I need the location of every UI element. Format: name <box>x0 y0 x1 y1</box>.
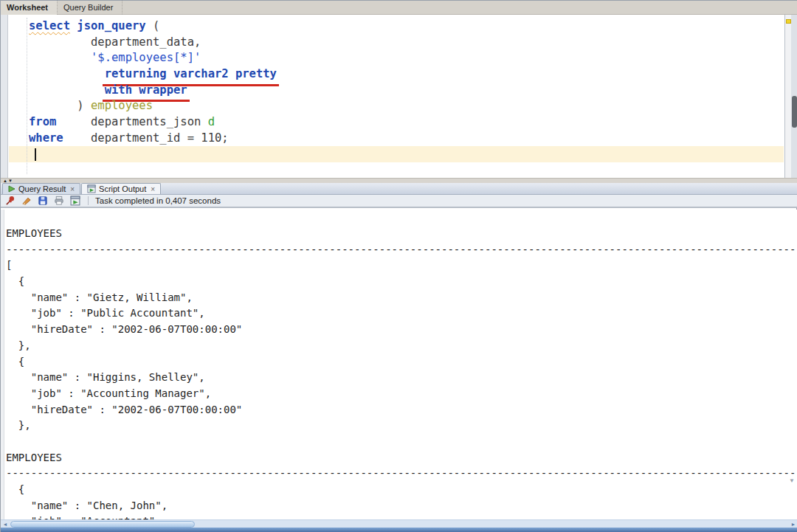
output-line: "job" : "Accountant" <box>6 514 797 519</box>
code-line: with wrapper <box>9 83 784 99</box>
code-line: department_data, <box>9 35 784 51</box>
output-line <box>6 434 797 450</box>
task-status-text: Task completed in 0,407 seconds <box>95 196 221 205</box>
horizontal-scrollbar[interactable]: ◄ ► <box>1 519 797 528</box>
output-line: "name" : "Gietz, William", <box>6 290 797 306</box>
script-output-icon <box>87 184 96 193</box>
scroll-down-icon[interactable]: ▼ <box>789 477 795 484</box>
output-line: [ <box>6 258 797 274</box>
sql-code[interactable]: select json_query ( department_data, '$.… <box>9 18 784 175</box>
editor-vertical-scrollbar-thumb[interactable] <box>792 96 797 128</box>
code-line: returning varchar2 pretty <box>9 66 784 83</box>
code-line: ) employees <box>9 98 784 114</box>
output-line: "name" : "Higgins, Shelley", <box>6 370 797 386</box>
output-line: }, <box>6 418 797 434</box>
close-icon[interactable]: × <box>149 185 155 193</box>
result-tabbar: Query Result × Script Output × <box>1 183 797 195</box>
code-line: where department_id = 110; <box>9 131 784 147</box>
code-line: from departments_json d <box>9 114 784 131</box>
output-line: { <box>6 354 797 370</box>
output-line: { <box>6 274 797 290</box>
editor-vertical-scrollbar[interactable] <box>791 15 797 178</box>
panel-splitter[interactable]: ▲▼ <box>1 178 797 183</box>
code-line: select json_query ( <box>9 18 784 35</box>
run-arrow-icon <box>8 185 15 193</box>
tab-worksheet[interactable]: Worksheet <box>1 1 58 15</box>
output-line: "hireDate" : "2002-06-07T00:00:00" <box>6 402 797 418</box>
output-line: EMPLOYEES <box>6 226 797 242</box>
print-icon[interactable] <box>53 196 65 207</box>
result-toolbar: Task completed in 0,407 seconds <box>1 195 797 208</box>
bottom-accent-bar <box>1 528 797 532</box>
tab-script-output[interactable]: Script Output × <box>81 183 161 194</box>
save-icon[interactable] <box>37 196 49 207</box>
output-line: "name" : "Chen, John", <box>6 498 797 514</box>
sql-editor[interactable]: select json_query ( department_data, '$.… <box>1 15 797 178</box>
output-line: ----------------------------------------… <box>6 242 797 258</box>
code-line: '$.employees[*]' <box>9 50 784 66</box>
output-line: { <box>6 482 797 498</box>
output-line: "job" : "Public Accountant", <box>6 305 797 322</box>
text-caret <box>35 148 36 161</box>
tab-label: Query Result <box>18 184 66 193</box>
editor-gutter <box>1 15 8 178</box>
sql-developer-window: Worksheet Query Builder select json_quer… <box>0 0 797 532</box>
warning-marker[interactable] <box>786 19 791 24</box>
output-line: "job" : "Accounting Manager", <box>6 386 797 402</box>
pushpin-icon[interactable] <box>4 196 16 207</box>
toolbar-separator <box>88 196 89 205</box>
tab-label: Script Output <box>99 184 146 193</box>
script-output-pane[interactable]: EMPLOYEES-------------------------------… <box>1 210 797 519</box>
output-line: }, <box>6 338 797 354</box>
tab-query-result[interactable]: Query Result × <box>2 183 80 194</box>
output-text[interactable]: EMPLOYEES-------------------------------… <box>1 210 797 519</box>
horizontal-scrollbar-thumb[interactable] <box>10 521 195 528</box>
annotation-strip <box>784 15 791 178</box>
output-line: ----------------------------------------… <box>6 466 797 482</box>
eraser-icon[interactable] <box>21 196 32 207</box>
close-icon[interactable]: × <box>69 185 75 193</box>
worksheet-tabbar: Worksheet Query Builder <box>1 1 797 15</box>
run-script-icon[interactable] <box>69 196 81 207</box>
output-line: "hireDate" : "2002-06-07T00:00:00" <box>6 322 797 338</box>
output-line: EMPLOYEES <box>6 450 797 466</box>
code-line <box>9 147 784 163</box>
tab-query-builder[interactable]: Query Builder <box>58 1 123 15</box>
